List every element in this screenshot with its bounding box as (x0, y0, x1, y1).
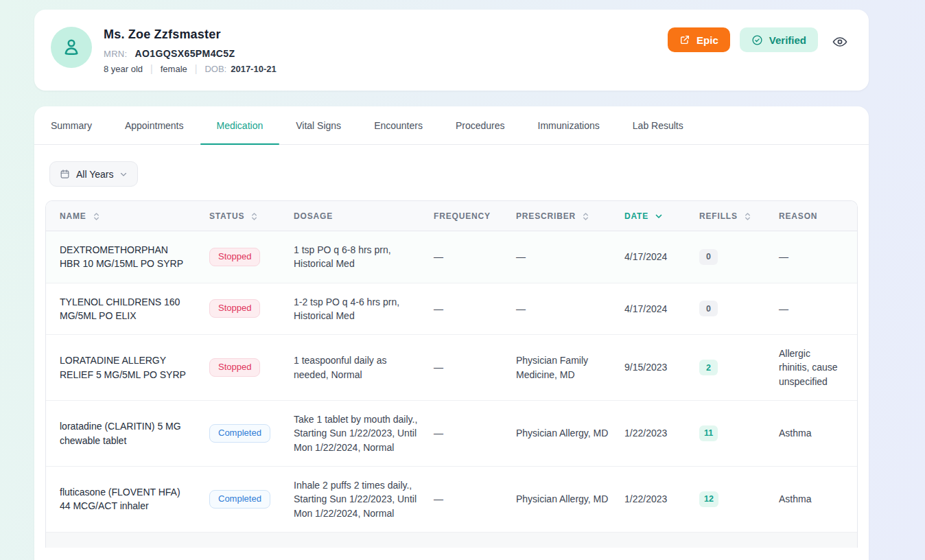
cell-dosage: Inhale 2 puffs 2 times daily., Starting … (294, 467, 434, 532)
cell-frequency: — (434, 290, 516, 327)
column-header[interactable]: Name (46, 201, 209, 231)
dob-value: 2017-10-21 (231, 64, 277, 74)
column-header-label: Refills (699, 211, 738, 221)
tab[interactable]: Appointments (108, 106, 200, 144)
tab[interactable]: Immunizations (522, 106, 616, 144)
epic-button-label: Epic (696, 34, 718, 46)
column-header[interactable]: Prescriber (516, 201, 624, 231)
tab-label: Summary (51, 120, 92, 131)
table-row[interactable]: TYLENOL CHILDRENS 160 MG/5ML PO ELIX Sto… (46, 283, 857, 335)
table-footer-strip (46, 532, 857, 548)
column-header-label: Reason (779, 211, 817, 221)
check-circle-icon (751, 34, 763, 46)
cell-date: 9/15/2023 (624, 349, 699, 386)
tab-label: Lab Results (633, 120, 683, 131)
cell-dosage: Take 1 tablet by mouth daily., Starting … (294, 401, 434, 466)
tab-label: Procedures (456, 120, 505, 131)
table-row[interactable]: loratadine (CLARITIN) 5 MG chewable tabl… (46, 400, 857, 466)
refills-badge: 12 (699, 491, 718, 507)
cell-refills: 0 (699, 289, 779, 328)
table-row[interactable]: fluticasone (FLOVENT HFA) 44 MCG/ACT inh… (46, 466, 857, 532)
cell-frequency: — (434, 415, 516, 452)
cell-reason: Asthma (779, 415, 857, 452)
tab-label: Medication (217, 120, 264, 131)
table-header-row: Name Status Dosage (46, 201, 857, 231)
tab[interactable]: Encounters (358, 106, 439, 144)
table-row[interactable]: LORATADINE ALLERGY RELIEF 5 MG/5ML PO SY… (46, 334, 857, 400)
cell-date: 4/17/2024 (624, 290, 699, 327)
cell-name: fluticasone (FLOVENT HFA) 44 MCG/ACT inh… (46, 474, 209, 525)
verified-button-label: Verified (769, 34, 806, 46)
cell-prescriber: Physician Allergy, MD (516, 415, 624, 452)
cell-frequency: — (434, 480, 516, 517)
column-header: Dosage (294, 201, 434, 231)
cell-status: Completed (209, 412, 294, 454)
verified-button[interactable]: Verified (740, 27, 818, 52)
status-badge: Completed (209, 490, 270, 509)
tab-label: Immunizations (538, 120, 600, 131)
medication-table: Name Status Dosage (45, 200, 858, 548)
column-header[interactable]: Status (209, 201, 294, 231)
view-button[interactable] (828, 30, 852, 54)
column-header-label: Name (60, 211, 86, 221)
refills-badge: 0 (699, 249, 718, 265)
cell-prescriber: — (516, 290, 624, 327)
refills-badge: 0 (699, 301, 718, 316)
eye-icon (832, 34, 848, 50)
cell-date: 1/22/2023 (624, 415, 699, 452)
cell-prescriber: Physician Family Medicine, MD (516, 342, 624, 393)
divider: | (150, 63, 153, 74)
cell-refills: 12 (699, 480, 779, 519)
status-badge: Stopped (209, 248, 260, 266)
column-header[interactable]: Refills (699, 201, 779, 231)
cell-name: DEXTROMETHORPHAN HBR 10 MG/15ML PO SYRP (46, 231, 209, 283)
patient-age: 8 year old (104, 64, 143, 74)
cell-refills: 2 (699, 348, 779, 387)
column-header-label: Prescriber (516, 211, 576, 221)
cell-frequency: — (434, 349, 516, 386)
cell-dosage: 1-2 tsp PO q 4-6 hrs prn, Historical Med (294, 283, 434, 335)
table-row[interactable]: DEXTROMETHORPHAN HBR 10 MG/15ML PO SYRP … (46, 231, 857, 283)
tab-bar: Summary Appointments Medication Vital Si… (34, 106, 869, 145)
avatar (51, 27, 92, 68)
tab[interactable]: Summary (34, 106, 108, 144)
tab[interactable]: Lab Results (616, 106, 700, 144)
header-actions: Epic Verified (668, 26, 852, 74)
patient-header-card: Ms. Zoe Zzfsmaster MRN: AO1GQSX65PM4C5Z … (34, 10, 869, 91)
tab[interactable]: Medication (200, 106, 280, 144)
sort-desc-icon (654, 211, 664, 221)
tab-label: Encounters (374, 120, 423, 131)
person-icon (60, 36, 82, 58)
status-badge: Stopped (209, 299, 260, 318)
cell-prescriber: Physician Allergy, MD (516, 480, 624, 517)
cell-reason: — (779, 238, 857, 275)
cell-name: loratadine (CLARITIN) 5 MG chewable tabl… (46, 408, 209, 459)
column-header-label: Dosage (294, 211, 333, 221)
cell-refills: 0 (699, 237, 779, 277)
column-header[interactable]: Date (624, 201, 699, 231)
refills-badge: 2 (699, 360, 718, 375)
tab[interactable]: Vital Signs (279, 106, 358, 144)
sort-icon (250, 212, 259, 221)
cell-status: Stopped (209, 288, 294, 329)
cell-dosage: 1 teaspoonful daily as needed, Normal (294, 342, 434, 393)
calendar-icon (60, 169, 70, 179)
year-filter-dropdown[interactable]: All Years (49, 161, 138, 187)
cell-date: 1/22/2023 (624, 480, 699, 517)
filter-row: All Years (34, 145, 869, 200)
cell-dosage: 1 tsp PO q 6-8 hrs prn, Historical Med (294, 231, 434, 283)
column-header-label: Status (209, 211, 244, 221)
epic-button[interactable]: Epic (668, 27, 730, 52)
tab-label: Vital Signs (296, 120, 341, 131)
status-badge: Stopped (209, 358, 260, 377)
chevron-down-icon (119, 170, 128, 178)
cell-prescriber: — (516, 238, 624, 275)
cell-name: LORATADINE ALLERGY RELIEF 5 MG/5ML PO SY… (46, 342, 209, 393)
tab[interactable]: Procedures (439, 106, 522, 144)
refills-badge: 11 (699, 425, 718, 441)
cell-status: Completed (209, 478, 294, 520)
cell-reason: Allergic rhinitis, cause unspecified (779, 335, 857, 400)
divider: | (195, 63, 198, 74)
patient-info: Ms. Zoe Zzfsmaster MRN: AO1GQSX65PM4C5Z … (104, 26, 277, 74)
status-badge: Completed (209, 424, 270, 443)
